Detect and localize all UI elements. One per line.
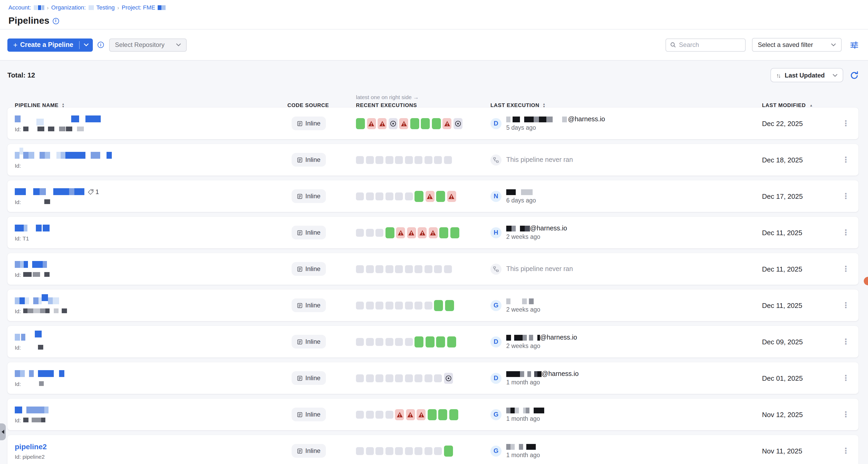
row-menu-button[interactable]: ⋮ xyxy=(833,157,859,162)
execution-status-success[interactable] xyxy=(425,336,434,347)
search-input[interactable] xyxy=(679,41,741,49)
user-avatar[interactable]: D xyxy=(490,373,501,383)
execution-status-failed[interactable] xyxy=(406,409,415,420)
column-header-pipeline-name[interactable]: PIPELINE NAME ▲▼ xyxy=(7,102,287,108)
pipeline-row[interactable]: 1Id:InlineN6 days agoDec 17, 2025⋮ xyxy=(7,180,859,212)
pipeline-row[interactable]: pipeline2Id:pipeline2InlineG1 month agoN… xyxy=(7,435,859,464)
execution-status-success[interactable] xyxy=(385,227,394,238)
execution-status-success[interactable] xyxy=(414,191,424,202)
pipeline-row[interactable]: Id:InlineG2 weeks agoDec 11, 2025⋮ xyxy=(7,289,859,321)
breadcrumb-organization-link[interactable]: Organization: xyxy=(51,4,86,10)
execution-status-success[interactable] xyxy=(439,227,448,238)
column-header-last-modified[interactable]: LAST MODIFIED ▲ xyxy=(762,102,833,108)
execution-status-success[interactable] xyxy=(438,409,447,420)
filter-settings-icon[interactable] xyxy=(850,41,859,49)
execution-status-failed[interactable] xyxy=(429,227,437,238)
redacted-block xyxy=(44,406,49,413)
breadcrumb-account-link[interactable]: Account: xyxy=(8,4,31,10)
row-menu-button[interactable]: ⋮ xyxy=(833,339,859,344)
execution-status-success[interactable] xyxy=(450,227,459,238)
execution-status-success[interactable] xyxy=(427,409,436,420)
pipeline-row[interactable]: Id:T1InlineH@harness.io2 weeks agoDec 11… xyxy=(7,217,859,248)
row-menu-button[interactable]: ⋮ xyxy=(833,412,859,417)
execution-status-aborted[interactable] xyxy=(389,118,397,129)
aborted-icon xyxy=(390,120,396,127)
user-avatar[interactable]: H xyxy=(490,227,501,238)
sidebar-collapse-handle[interactable] xyxy=(0,424,6,440)
failed-icon xyxy=(427,193,433,199)
pipeline-id-redacted xyxy=(23,127,84,131)
redacted-block xyxy=(37,127,44,131)
row-menu-button[interactable]: ⋮ xyxy=(833,448,859,454)
execution-status-failed[interactable] xyxy=(395,409,404,420)
execution-status-success[interactable] xyxy=(449,409,458,420)
execution-status-success[interactable] xyxy=(410,118,419,129)
user-email: @harness.io xyxy=(541,370,579,377)
redacted-block xyxy=(86,116,101,122)
user-avatar[interactable]: G xyxy=(490,445,501,456)
execution-status-success[interactable] xyxy=(436,191,445,202)
execution-status-success[interactable] xyxy=(432,118,441,129)
pipeline-row[interactable]: Id:InlineD@harness.io5 days agoDec 22, 2… xyxy=(7,107,859,139)
create-pipeline-button[interactable]: + Create a Pipeline xyxy=(7,38,79,52)
execution-status-success[interactable] xyxy=(447,336,456,347)
pipeline-row[interactable]: Id:InlineThis pipeline never ranDec 18, … xyxy=(7,144,859,176)
sort-dropdown[interactable]: ↑↓ Last Updated xyxy=(770,68,843,82)
execution-status-failed[interactable] xyxy=(399,118,408,129)
user-avatar[interactable]: G xyxy=(490,300,501,311)
execution-status-empty xyxy=(385,410,393,419)
pipeline-name-link[interactable]: pipeline2 xyxy=(15,442,47,451)
breadcrumb-project-link[interactable]: Project: FME xyxy=(122,4,155,10)
sort-both-icon: ▲▼ xyxy=(542,103,546,107)
select-repository-dropdown[interactable]: Select Repository xyxy=(109,38,187,52)
execution-status-failed[interactable] xyxy=(417,227,427,238)
redacted-block xyxy=(525,225,530,231)
redacted-block xyxy=(66,127,72,131)
refresh-icon[interactable] xyxy=(850,71,859,79)
redacted-block xyxy=(520,371,524,377)
saved-filter-dropdown[interactable]: Select a saved filter xyxy=(752,38,842,52)
user-avatar[interactable]: D xyxy=(490,118,501,129)
code-source-badge: Inline xyxy=(291,335,326,348)
user-avatar[interactable]: G xyxy=(490,409,501,420)
execution-status-success[interactable] xyxy=(444,445,453,456)
execution-status-failed[interactable] xyxy=(425,191,434,202)
row-menu-button[interactable]: ⋮ xyxy=(833,121,859,126)
execution-status-success[interactable] xyxy=(436,336,445,347)
code-source-badge: Inline xyxy=(291,117,326,130)
execution-status-failed[interactable] xyxy=(396,227,405,238)
execution-status-success[interactable] xyxy=(434,300,443,311)
create-pipeline-caret-button[interactable] xyxy=(80,38,93,52)
user-avatar[interactable]: N xyxy=(490,191,501,202)
user-avatar[interactable]: D xyxy=(490,336,501,347)
execution-status-failed[interactable] xyxy=(442,118,452,129)
pipeline-id-label: Id: xyxy=(15,235,21,241)
breadcrumb-separator: › xyxy=(117,4,119,10)
execution-status-failed[interactable] xyxy=(416,409,426,420)
breadcrumb-org-name-link[interactable]: Testing xyxy=(96,4,115,10)
page-info-icon[interactable]: i xyxy=(53,18,59,24)
last-execution-time: 1 month ago xyxy=(506,379,579,385)
code-source-badge: Inline xyxy=(291,262,326,276)
row-menu-button[interactable]: ⋮ xyxy=(833,193,859,199)
row-menu-button[interactable]: ⋮ xyxy=(833,266,859,272)
execution-status-success[interactable] xyxy=(414,336,424,347)
execution-status-aborted[interactable] xyxy=(444,373,453,383)
execution-status-success[interactable] xyxy=(421,118,430,129)
execution-status-aborted[interactable] xyxy=(453,118,462,129)
execution-status-success[interactable] xyxy=(356,118,365,129)
execution-status-failed[interactable] xyxy=(367,118,376,129)
row-menu-button[interactable]: ⋮ xyxy=(833,230,859,235)
pipeline-row[interactable]: Id:InlineG1 month agoNov 12, 2025⋮ xyxy=(7,399,859,430)
row-menu-button[interactable]: ⋮ xyxy=(833,375,859,381)
row-menu-button[interactable]: ⋮ xyxy=(833,303,859,308)
column-header-last-execution[interactable]: LAST EXECUTION ▲▼ xyxy=(485,102,762,108)
pipeline-row[interactable]: Id:InlineThis pipeline never ranDec 11, … xyxy=(7,253,859,285)
execution-status-success[interactable] xyxy=(445,300,454,311)
execution-status-failed[interactable] xyxy=(378,118,386,129)
create-pipeline-info-icon[interactable]: i xyxy=(98,42,104,48)
execution-status-failed[interactable] xyxy=(447,191,456,202)
pipeline-row[interactable]: Id:InlineD@harness.io2 weeks agoDec 09, … xyxy=(7,326,859,358)
execution-status-failed[interactable] xyxy=(407,227,416,238)
pipeline-row[interactable]: Id:InlineD@harness.io1 month agoDec 01, … xyxy=(7,362,859,394)
